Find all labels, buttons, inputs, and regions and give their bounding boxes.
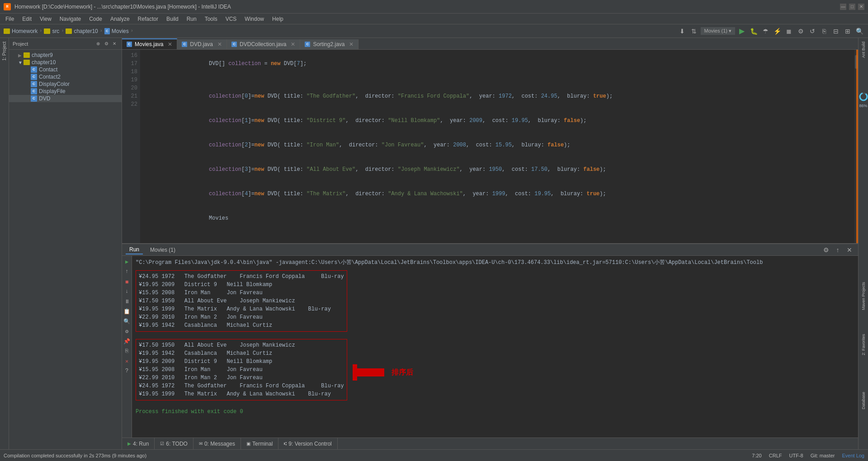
event-log[interactable]: Event Log <box>842 453 864 458</box>
run-copy-icon[interactable]: ⎘ <box>123 347 131 355</box>
sidebar-close-btn[interactable]: ✕ <box>111 40 118 47</box>
java-icon: C <box>31 74 37 80</box>
line-ending[interactable]: CRLF <box>769 453 782 458</box>
after-sort-box: ¥17.50 1950 All About Eve Joseph Mankiew… <box>136 339 347 400</box>
toolbar-btn4[interactable]: ⊟ <box>831 26 841 36</box>
tab-close-movies[interactable]: ✕ <box>168 41 172 47</box>
menu-file[interactable]: File <box>2 15 18 23</box>
folder-icon <box>66 28 72 34</box>
run-button[interactable]: ▶ <box>737 26 747 36</box>
menu-navigate[interactable]: Navigate <box>56 15 85 23</box>
before-row-7: ¥19.95 1942 Casablanca Michael Curtiz <box>139 321 344 329</box>
line-numbers: 16 17 18 19 20 21 22 <box>122 50 140 243</box>
svg-marker-2 <box>353 368 357 377</box>
tab-dvd-java[interactable]: C DVD.java ✕ <box>177 39 227 49</box>
run-dump-icon[interactable]: 📋 <box>123 307 131 315</box>
breadcrumb-movies[interactable]: C Movies <box>104 28 129 34</box>
tab-movies-java[interactable]: C Movies.java ✕ <box>122 38 177 49</box>
toolbar-btn1[interactable]: ⚙ <box>796 26 806 36</box>
minimize-button[interactable]: — <box>840 4 846 10</box>
toolbar-btn3[interactable]: ⎘ <box>819 26 829 36</box>
run-output[interactable]: "C:\Program Files\Java\jdk-9.0.4\bin\jav… <box>132 256 858 437</box>
sidebar-gear-btn[interactable]: ⚙ <box>103 40 110 47</box>
bottom-tab-vcs[interactable]: ⑆ 9: Version Control <box>278 438 337 449</box>
menu-view[interactable]: View <box>36 15 55 23</box>
before-row-4: ¥17.50 1950 All About Eve Joseph Mankiew… <box>139 297 344 305</box>
menu-tools[interactable]: Tools <box>201 15 221 23</box>
sort-button[interactable]: ⇅ <box>689 26 699 36</box>
menu-edit[interactable]: Edit <box>19 15 35 23</box>
tree-item-chapter9[interactable]: ▶ chapter9 <box>9 52 122 59</box>
breadcrumb-chapter10[interactable]: chapter10 <box>66 28 98 34</box>
bottom-tab-run[interactable]: ▶ 4: Run <box>122 438 155 449</box>
menu-run[interactable]: Run <box>183 15 200 23</box>
ant-build-tab[interactable]: Ant Build <box>860 38 867 61</box>
database-tab[interactable]: Database <box>860 388 867 413</box>
panel-settings-btn[interactable]: ⚙ <box>821 245 831 255</box>
output-section-after: ¥17.50 1950 All About Eve Joseph Mankiew… <box>136 337 854 402</box>
run-question-icon[interactable]: ? <box>123 367 131 375</box>
menu-vcs[interactable]: VCS <box>222 15 241 23</box>
breadcrumb-src[interactable]: src <box>44 28 59 34</box>
toolbar-btn2[interactable]: ↺ <box>807 26 817 36</box>
app-wrapper: H Homework [D:\Code\Homework] - ...\src\… <box>0 0 868 461</box>
tree-item-chapter10[interactable]: ▼ chapter10 <box>9 59 122 66</box>
tree-item-contact2[interactable]: ▶ C Contact2 <box>9 73 122 80</box>
run-config-dropdown[interactable]: Movies (1) ▾ <box>701 27 735 35</box>
tree-item-displayfile[interactable]: ▶ C DisplayFile <box>9 88 122 95</box>
tab-dvdcollection-java[interactable]: C DVDCollection.java ✕ <box>227 39 300 49</box>
structure-tab[interactable]: 2: Favorites <box>860 330 867 359</box>
menu-window[interactable]: Window <box>241 15 268 23</box>
tree-item-contact[interactable]: ▶ C Contact <box>9 66 122 73</box>
tree-item-displaycolor[interactable]: ▶ C DisplayColor <box>9 80 122 88</box>
toolbar-btn5[interactable]: ⊞ <box>843 26 853 36</box>
run-play-icon[interactable]: ▶ <box>123 258 131 266</box>
run-up-icon[interactable]: ↑ <box>123 268 131 276</box>
menu-help[interactable]: Help <box>269 15 287 23</box>
run-down-icon[interactable]: ↓ <box>123 287 131 296</box>
menu-analyze[interactable]: Analyze <box>107 15 133 23</box>
menu-build[interactable]: Build <box>163 15 182 23</box>
sidebar-sync-btn[interactable]: ⊕ <box>94 40 102 47</box>
toolbar-btn6[interactable]: 🔍 <box>854 26 864 36</box>
code-content[interactable]: DVD[] collection = new DVD[7]; collectio… <box>140 50 854 243</box>
debug-button[interactable]: 🐛 <box>749 26 759 36</box>
tab-close-sorting2[interactable]: ✕ <box>349 41 354 47</box>
bottom-tab-todo[interactable]: ☑ 6: TODO <box>155 438 193 449</box>
tab-sorting2-java[interactable]: C Sorting2.java ✕ <box>300 39 359 49</box>
encoding[interactable]: UTF-8 <box>789 453 803 458</box>
run-pause-icon[interactable]: ⏸ <box>123 297 131 306</box>
panel-up-btn[interactable]: ↑ <box>833 245 843 255</box>
run-pin-icon[interactable]: 📌 <box>123 337 131 345</box>
folder-icon <box>44 28 50 34</box>
run-filter-icon[interactable]: 🔍 <box>123 317 131 325</box>
bottom-tab-messages[interactable]: ✉ 0: Messages <box>193 438 241 449</box>
tab-close-dvdcollection[interactable]: ✕ <box>291 41 295 47</box>
branch-info[interactable]: Git: master <box>811 453 835 458</box>
coverage-button[interactable]: ☂ <box>760 26 770 36</box>
bottom-tab-terminal[interactable]: ▣ Terminal <box>241 438 278 449</box>
after-row-1: ¥17.50 1950 All About Eve Joseph Mankiew… <box>139 341 344 349</box>
left-panel-tabs: 1: Project <box>0 38 9 449</box>
menu-refactor[interactable]: Refactor <box>134 15 162 23</box>
profile-button[interactable]: ⚡ <box>772 26 782 36</box>
project-panel-tab[interactable]: 1: Project <box>0 38 8 64</box>
output-section-before: ¥24.95 1972 The Godfather Francis Ford C… <box>136 268 854 334</box>
close-button[interactable]: ✕ <box>858 4 864 10</box>
maven-projects-tab[interactable]: Maven Projects <box>860 278 867 314</box>
tree-item-dvd[interactable]: ▶ C DVD <box>9 95 122 102</box>
download-button[interactable]: ⬇ <box>677 26 687 36</box>
breadcrumb-homework[interactable]: Homework <box>4 28 38 34</box>
menu-code[interactable]: Code <box>85 15 106 23</box>
run-settings-icon[interactable]: ⚙ <box>123 327 131 335</box>
stop-button[interactable]: ◼ <box>784 26 794 36</box>
cursor-position[interactable]: 7:20 <box>752 453 761 458</box>
panel-tab-movies[interactable]: Movies (1) <box>146 246 179 254</box>
panel-close-btn[interactable]: ✕ <box>844 245 854 255</box>
tab-close-dvd[interactable]: ✕ <box>217 41 222 47</box>
editor-scrollbar[interactable] <box>854 50 858 243</box>
run-stop-icon[interactable]: ◼ <box>123 278 131 286</box>
panel-tab-run[interactable]: Run <box>126 245 143 254</box>
run-x-icon[interactable]: ✕ <box>123 357 131 365</box>
maximize-button[interactable]: □ <box>849 4 855 10</box>
